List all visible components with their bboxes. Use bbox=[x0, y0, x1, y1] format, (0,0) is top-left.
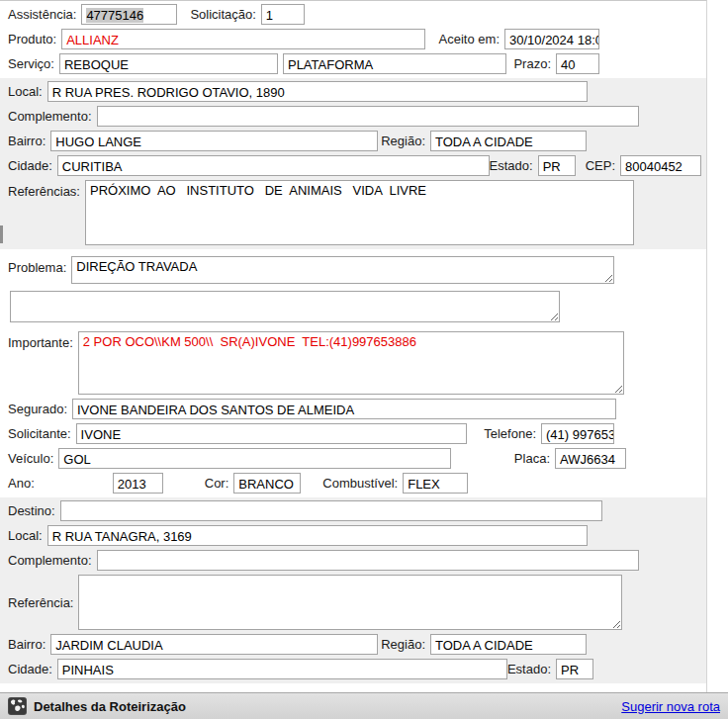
origem-cep-label: CEP: bbox=[586, 158, 615, 173]
aceito-em-input[interactable]: 30/10/2024 18:00 bbox=[504, 29, 599, 49]
row-origem-complemento: Complemento: bbox=[0, 104, 706, 129]
row-origem-local: Local: R RUA PRES. RODRIGO OTAVIO, 1890 bbox=[0, 79, 706, 104]
footer-title: Detalhes da Roteirização bbox=[34, 699, 186, 714]
combustivel-input[interactable]: FLEX bbox=[403, 473, 468, 494]
row-destino: Destino: bbox=[0, 498, 706, 523]
origem-local-input[interactable]: R RUA PRES. RODRIGO OTAVIO, 1890 bbox=[47, 81, 588, 102]
combustivel-label: Combustível: bbox=[322, 476, 398, 491]
origem-estado-label: Estado: bbox=[490, 158, 533, 173]
telefone-label: Telefone: bbox=[484, 426, 536, 441]
destino-estado-group: Estado: PR bbox=[507, 659, 593, 679]
destino-referencia-label: Referência: bbox=[8, 595, 73, 610]
aceito-em-label: Aceito em: bbox=[439, 32, 500, 46]
destino-estado-input[interactable]: PR bbox=[556, 659, 593, 679]
veiculo-label: Veículo: bbox=[8, 451, 53, 466]
importante-textarea[interactable] bbox=[78, 331, 624, 395]
row-origem-cidade: Cidade: CURITIBA Estado: PR CEP: 8004045… bbox=[0, 153, 706, 178]
destino-cidade-label: Cidade: bbox=[8, 662, 52, 676]
origem-cep-input[interactable]: 80040452 bbox=[620, 155, 701, 176]
servico-label: Serviço: bbox=[8, 56, 54, 71]
servico-tipo-input[interactable]: PLATAFORMA bbox=[283, 53, 506, 74]
assistencia-label: Assistência: bbox=[8, 7, 76, 22]
solicitacao-input[interactable]: 1 bbox=[261, 4, 305, 25]
solicitante-input[interactable]: IVONE bbox=[76, 423, 467, 444]
cor-label: Cor: bbox=[205, 476, 229, 491]
row-ano-cor-combustivel: Ano: 2013 Cor: BRANCO Combustível: FLEX bbox=[0, 471, 706, 495]
solicitacao-label: Solicitação: bbox=[190, 7, 255, 22]
prazo-label: Prazo: bbox=[513, 56, 551, 71]
row-observacao bbox=[0, 286, 706, 324]
origem-estado-cep-group: Estado: PR CEP: 80040452 bbox=[490, 155, 701, 176]
origem-regiao-label: Região: bbox=[381, 134, 425, 148]
veiculo-input[interactable]: GOL bbox=[58, 448, 451, 469]
destino-label: Destino: bbox=[8, 503, 55, 518]
cor-input[interactable]: BRANCO bbox=[233, 473, 301, 494]
row-solicitante: Solicitante: IVONE Telefone: (41) 997653… bbox=[0, 421, 706, 446]
destino-complemento-label: Complemento: bbox=[8, 553, 92, 568]
row-destino-complemento: Complemento: bbox=[0, 548, 706, 573]
prazo-group: Prazo: 40 bbox=[513, 53, 599, 74]
origem-cidade-input[interactable]: CURITIBA bbox=[57, 155, 490, 176]
origem-local-label: Local: bbox=[8, 84, 43, 99]
row-servico: Serviço: REBOQUE PLATAFORMA Prazo: 40 bbox=[0, 51, 706, 76]
origem-regiao-input[interactable]: TODA A CIDADE bbox=[430, 131, 587, 151]
destino-regiao-input[interactable]: TODA A CIDADE bbox=[430, 634, 587, 655]
origem-referencias-label: Referências: bbox=[8, 180, 80, 199]
origem-regiao-group: Região: TODA A CIDADE bbox=[381, 131, 587, 151]
destino-complemento-input[interactable] bbox=[97, 550, 639, 571]
prazo-input[interactable]: 40 bbox=[556, 53, 599, 74]
destino-input[interactable] bbox=[60, 500, 602, 521]
row-origem-bairro: Bairro: HUGO LANGE Região: TODA A CIDADE bbox=[0, 129, 706, 153]
origem-referencias-textarea[interactable] bbox=[85, 180, 634, 245]
row-assistencia: Assistência: 47775146 Solicitação: 1 bbox=[0, 2, 706, 27]
placa-group: Placa: AWJ6634 bbox=[514, 448, 626, 469]
destino-referencia-textarea[interactable] bbox=[78, 575, 622, 630]
routing-footer-bar: Detalhes da Roteirização Sugerir nova ro… bbox=[0, 692, 728, 719]
servico-input[interactable]: REBOQUE bbox=[59, 53, 278, 74]
world-map-icon bbox=[8, 696, 28, 716]
origem-cidade-label: Cidade: bbox=[8, 158, 52, 173]
row-segurado: Segurado: IVONE BANDEIRA DOS SANTOS DE A… bbox=[0, 397, 706, 421]
row-produto: Produto: ALLIANZ Aceito em: 30/10/2024 1… bbox=[0, 27, 706, 51]
ano-label: Ano: bbox=[8, 476, 35, 491]
origem-estado-input[interactable]: PR bbox=[538, 155, 576, 176]
importante-label: Importante: bbox=[8, 331, 73, 350]
section-origem: Local: R RUA PRES. RODRIGO OTAVIO, 1890 … bbox=[0, 78, 706, 249]
section-destino: Destino: Local: R RUA TANAGRA, 3169 Comp… bbox=[0, 497, 706, 683]
origem-complemento-input[interactable] bbox=[97, 106, 639, 127]
placa-label: Placa: bbox=[514, 451, 550, 466]
row-problema: Problema: bbox=[0, 250, 706, 286]
placa-input[interactable]: AWJ6634 bbox=[555, 448, 626, 469]
destino-estado-label: Estado: bbox=[507, 662, 551, 676]
segurado-label: Segurado: bbox=[8, 402, 67, 416]
row-destino-bairro: Bairro: JARDIM CLAUDIA Região: TODA A CI… bbox=[0, 632, 706, 657]
origem-complemento-label: Complemento: bbox=[8, 109, 92, 124]
ano-input[interactable]: 2013 bbox=[113, 473, 163, 494]
assistance-form-page: { "fields": { "assistencia": {"label": "… bbox=[0, 0, 728, 719]
row-destino-referencia: Referência: bbox=[0, 573, 706, 632]
destino-regiao-label: Região: bbox=[381, 637, 425, 652]
destino-bairro-input[interactable]: JARDIM CLAUDIA bbox=[50, 634, 378, 655]
observacao-textarea[interactable] bbox=[10, 291, 560, 322]
destino-local-label: Local: bbox=[8, 528, 43, 543]
destino-bairro-label: Bairro: bbox=[8, 637, 46, 652]
assistencia-value: 47775146 bbox=[86, 8, 143, 23]
row-veiculo: Veículo: GOL Placa: AWJ6634 bbox=[0, 446, 706, 471]
produto-input[interactable]: ALLIANZ bbox=[61, 29, 425, 49]
suggest-new-route-link[interactable]: Sugerir nova rota bbox=[621, 699, 720, 714]
segurado-input[interactable]: IVONE BANDEIRA DOS SANTOS DE ALMEIDA bbox=[72, 399, 616, 419]
destino-local-input[interactable]: R RUA TANAGRA, 3169 bbox=[47, 525, 588, 546]
row-destino-cidade: Cidade: PINHAIS Estado: PR bbox=[0, 657, 706, 681]
row-destino-local: Local: R RUA TANAGRA, 3169 bbox=[0, 523, 706, 548]
row-origem-referencias: Referências: bbox=[0, 178, 706, 247]
assistencia-input[interactable]: 47775146 bbox=[81, 4, 177, 25]
problema-textarea[interactable] bbox=[71, 256, 614, 284]
origem-bairro-label: Bairro: bbox=[8, 134, 46, 148]
telefone-input[interactable]: (41) 997653886 bbox=[541, 423, 614, 444]
panel-edge-fragment bbox=[0, 225, 3, 243]
destino-cidade-input[interactable]: PINHAIS bbox=[57, 659, 507, 679]
destino-regiao-group: Região: TODA A CIDADE bbox=[381, 634, 587, 655]
aceito-em-group: Aceito em: 30/10/2024 18:00 bbox=[439, 29, 599, 49]
origem-bairro-input[interactable]: HUGO LANGE bbox=[50, 131, 378, 151]
problema-label: Problema: bbox=[8, 256, 66, 275]
